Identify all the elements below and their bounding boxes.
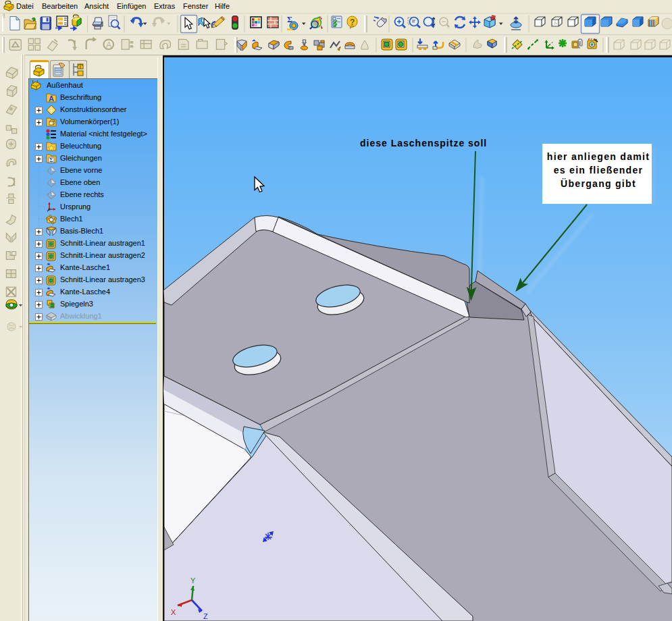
svg-text:X: X — [171, 608, 176, 616]
svg-text:diese Laschenspitze soll: diese Laschenspitze soll — [360, 138, 487, 148]
svg-text:A: A — [49, 94, 54, 103]
svg-text:Y: Y — [190, 576, 196, 585]
svg-text:hier anliegen damit: hier anliegen damit — [547, 151, 650, 162]
svg-text:Übergang gibt: Übergang gibt — [561, 178, 636, 189]
svg-text:?: ? — [350, 18, 355, 27]
svg-text:es ein fließender: es ein fließender — [554, 165, 644, 176]
svg-text:A: A — [106, 40, 112, 50]
svg-text:Σ: Σ — [49, 157, 53, 163]
svg-text:Z: Z — [203, 612, 208, 620]
